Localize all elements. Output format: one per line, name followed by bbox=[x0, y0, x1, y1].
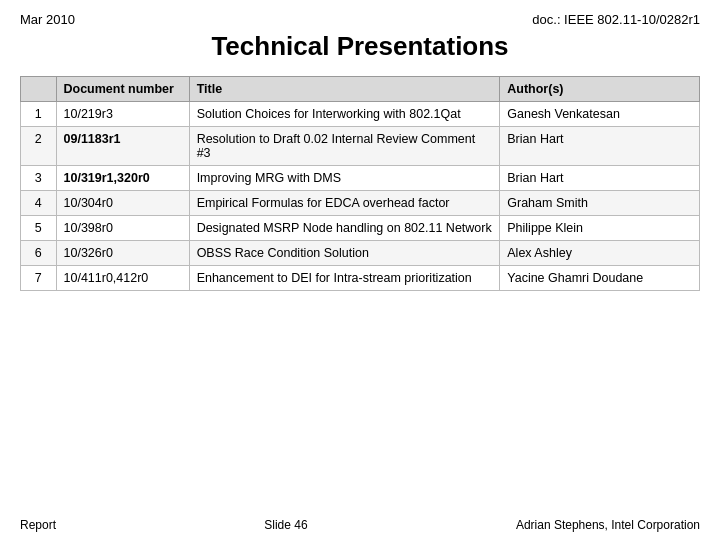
cell-author: Alex Ashley bbox=[500, 241, 700, 266]
col-header-author: Author(s) bbox=[500, 77, 700, 102]
table-row: 510/398r0Designated MSRP Node handling o… bbox=[21, 216, 700, 241]
cell-title: Resolution to Draft 0.02 Internal Review… bbox=[189, 127, 500, 166]
cell-num: 3 bbox=[21, 166, 57, 191]
cell-doc: 10/411r0,412r0 bbox=[56, 266, 189, 291]
page-title: Technical Presentations bbox=[20, 31, 700, 62]
cell-num: 1 bbox=[21, 102, 57, 127]
cell-doc: 10/319r1,320r0 bbox=[56, 166, 189, 191]
cell-num: 7 bbox=[21, 266, 57, 291]
cell-num: 2 bbox=[21, 127, 57, 166]
cell-author: Brian Hart bbox=[500, 166, 700, 191]
table-row: 710/411r0,412r0Enhancement to DEI for In… bbox=[21, 266, 700, 291]
cell-doc: 10/304r0 bbox=[56, 191, 189, 216]
table-header-row: Document number Title Author(s) bbox=[21, 77, 700, 102]
cell-title: OBSS Race Condition Solution bbox=[189, 241, 500, 266]
cell-title: Empirical Formulas for EDCA overhead fac… bbox=[189, 191, 500, 216]
cell-num: 5 bbox=[21, 216, 57, 241]
table-row: 310/319r1,320r0Improving MRG with DMSBri… bbox=[21, 166, 700, 191]
footer-center: Slide 46 bbox=[264, 518, 307, 532]
cell-author: Brian Hart bbox=[500, 127, 700, 166]
col-header-doc: Document number bbox=[56, 77, 189, 102]
table-row: 410/304r0Empirical Formulas for EDCA ove… bbox=[21, 191, 700, 216]
cell-author: Ganesh Venkatesan bbox=[500, 102, 700, 127]
header-right: doc.: IEEE 802.11-10/0282r1 bbox=[532, 12, 700, 27]
table-row: 610/326r0OBSS Race Condition SolutionAle… bbox=[21, 241, 700, 266]
col-header-title: Title bbox=[189, 77, 500, 102]
cell-author: Philippe Klein bbox=[500, 216, 700, 241]
table-container: Document number Title Author(s) 110/219r… bbox=[20, 76, 700, 510]
footer-row: Report Slide 46 Adrian Stephens, Intel C… bbox=[20, 518, 700, 532]
cell-doc: 09/1183r1 bbox=[56, 127, 189, 166]
table-row: 110/219r3Solution Choices for Interworki… bbox=[21, 102, 700, 127]
cell-author: Graham Smith bbox=[500, 191, 700, 216]
table-row: 209/1183r1Resolution to Draft 0.02 Inter… bbox=[21, 127, 700, 166]
cell-num: 4 bbox=[21, 191, 57, 216]
cell-num: 6 bbox=[21, 241, 57, 266]
cell-title: Solution Choices for Interworking with 8… bbox=[189, 102, 500, 127]
footer-right: Adrian Stephens, Intel Corporation bbox=[516, 518, 700, 532]
cell-author: Yacine Ghamri Doudane bbox=[500, 266, 700, 291]
header-left: Mar 2010 bbox=[20, 12, 75, 27]
cell-title: Improving MRG with DMS bbox=[189, 166, 500, 191]
cell-doc: 10/219r3 bbox=[56, 102, 189, 127]
cell-title: Enhancement to DEI for Intra-stream prio… bbox=[189, 266, 500, 291]
col-header-num bbox=[21, 77, 57, 102]
page: Mar 2010 doc.: IEEE 802.11-10/0282r1 Tec… bbox=[0, 0, 720, 540]
footer-left: Report bbox=[20, 518, 56, 532]
presentations-table: Document number Title Author(s) 110/219r… bbox=[20, 76, 700, 291]
header-row: Mar 2010 doc.: IEEE 802.11-10/0282r1 bbox=[20, 12, 700, 27]
cell-doc: 10/326r0 bbox=[56, 241, 189, 266]
cell-doc: 10/398r0 bbox=[56, 216, 189, 241]
cell-title: Designated MSRP Node handling on 802.11 … bbox=[189, 216, 500, 241]
